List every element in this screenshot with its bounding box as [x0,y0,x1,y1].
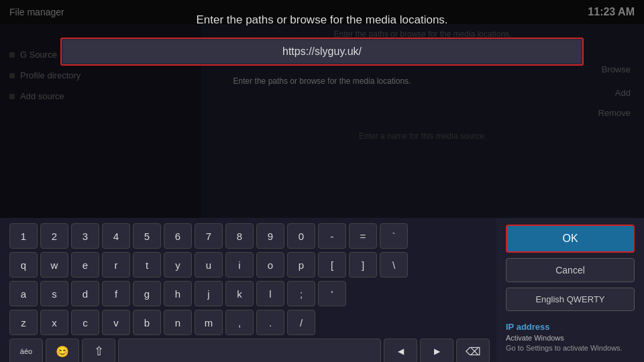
keyboard-row-qwerty: q w e r t y u i o p [ ] \ [7,252,490,278]
key-2[interactable]: 2 [40,223,68,249]
cancel-button[interactable]: Cancel [506,258,635,282]
url-input[interactable] [63,40,581,63]
keyboard-row-asdf: a s d f g h j k l ; ' [7,281,490,306]
key-backspace[interactable]: ⌫ [456,339,490,362]
key-1[interactable]: 1 [9,223,38,249]
key-4[interactable]: 4 [102,223,130,249]
key-g[interactable]: g [133,281,161,306]
key-comma[interactable]: , [225,310,254,335]
key-n[interactable]: n [164,310,192,335]
key-backtick[interactable]: ` [380,223,408,249]
key-x[interactable]: x [40,310,68,335]
key-b[interactable]: b [133,310,161,335]
key-equals[interactable]: = [349,223,377,249]
keyboard: 1 2 3 4 5 6 7 8 9 0 - = ` q w e r t y u … [0,218,496,362]
keyboard-row-zxcv: z x c v b n m , . / [7,310,490,335]
dialog-sub-label: Enter the paths or browse for the media … [233,76,411,86]
key-l[interactable]: l [256,281,284,306]
key-space[interactable] [118,339,381,362]
ok-button[interactable]: OK [506,225,635,253]
key-minus[interactable]: - [318,223,346,249]
key-k[interactable]: k [225,281,254,306]
key-o[interactable]: o [256,252,284,278]
key-s[interactable]: s [40,281,68,306]
key-semicolon[interactable]: ; [287,281,315,306]
key-u[interactable]: u [195,252,223,278]
key-quote[interactable]: ' [318,281,346,306]
url-input-wrapper [60,38,584,66]
key-m[interactable]: m [195,310,223,335]
key-r[interactable]: r [102,252,130,278]
key-5[interactable]: 5 [133,223,161,249]
key-7[interactable]: 7 [195,223,223,249]
right-panel: OK Cancel English QWERTY IP address Acti… [496,218,644,362]
key-h[interactable]: h [164,281,192,306]
key-d[interactable]: d [71,281,99,306]
key-backslash[interactable]: \ [380,252,408,278]
language-button[interactable]: English QWERTY [506,288,635,311]
key-y[interactable]: y [164,252,192,278]
key-j[interactable]: j [195,281,223,306]
ip-section: IP address Activate Windows Go to Settin… [506,319,635,357]
activate-windows-notice: Activate Windows Go to Settings to activ… [506,333,635,354]
key-a[interactable]: a [9,281,38,306]
key-t[interactable]: t [133,252,161,278]
key-emoji[interactable]: 😊 [46,339,79,362]
key-period[interactable]: . [256,310,284,335]
keyboard-bottom-row: áéo 😊 ⇧ ◀ ▶ ⌫ [7,339,490,362]
key-c[interactable]: c [71,310,99,335]
key-6[interactable]: 6 [164,223,192,249]
key-9[interactable]: 9 [256,223,284,249]
ip-address-label: IP address [506,322,635,332]
key-left[interactable]: ◀ [384,339,417,362]
key-8[interactable]: 8 [225,223,254,249]
key-p[interactable]: p [287,252,315,278]
key-rbracket[interactable]: ] [349,252,377,278]
key-slash[interactable]: / [287,310,315,335]
key-q[interactable]: q [9,252,38,278]
key-0[interactable]: 0 [287,223,315,249]
key-w[interactable]: w [40,252,68,278]
key-lbracket[interactable]: [ [318,252,346,278]
key-right[interactable]: ▶ [420,339,453,362]
dialog-overlay: Enter the paths or browse for the media … [0,0,644,218]
key-accents[interactable]: áéo [9,339,43,362]
key-f[interactable]: f [102,281,130,306]
key-e[interactable]: e [71,252,99,278]
key-z[interactable]: z [9,310,38,335]
key-3[interactable]: 3 [71,223,99,249]
key-shift[interactable]: ⇧ [82,339,115,362]
key-v[interactable]: v [102,310,130,335]
dialog-title: Enter the paths or browse for the media … [196,13,447,27]
key-i[interactable]: i [225,252,254,278]
keyboard-row-numbers: 1 2 3 4 5 6 7 8 9 0 - = ` [7,223,490,249]
